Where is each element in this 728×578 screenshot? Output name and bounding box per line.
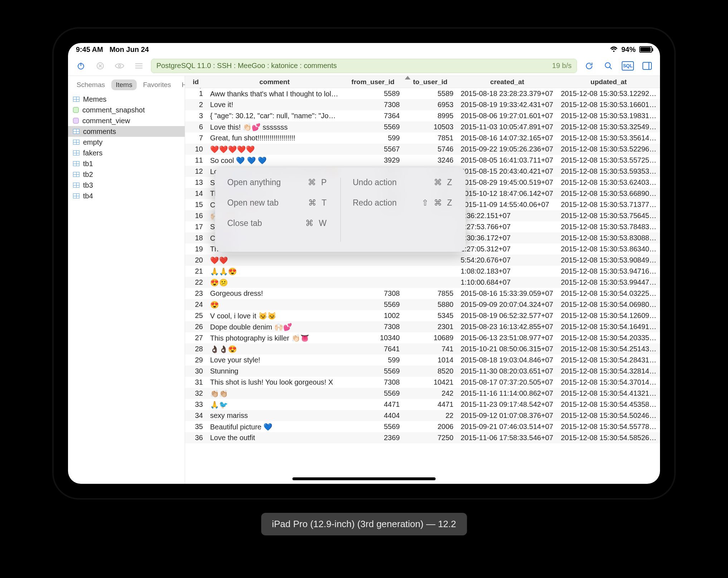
table-row[interactable]: 35Beautiful picture 💙556920062015-09-21 …: [185, 421, 660, 432]
table-row[interactable]: 36Love the outfit236972502015-11-06 17:5…: [185, 432, 660, 443]
command-label: Close tab: [227, 218, 262, 228]
sidebar-item-comment_snapshot[interactable]: comment_snapshot: [68, 105, 185, 115]
command-shortcut: ⌘ T: [308, 198, 328, 208]
cell-from: 4471: [343, 400, 403, 409]
cell-created: 2015-09-22 19:05:26.236+07: [457, 145, 557, 153]
cell-updated: 2015-12-08 15:30:54.328147+07: [557, 367, 660, 375]
cell-to: 3246: [403, 156, 457, 164]
command-label: Open new tab: [227, 198, 278, 208]
cell-updated: 2015-12-08 15:30:54.370146+07: [557, 378, 660, 386]
table-row[interactable]: 11So cool 💙 💙 💙392932462015-08-05 16:41:…: [185, 155, 660, 166]
cell-to: 1014: [403, 356, 457, 364]
cell-updated: 2015-12-08 15:30:53.16601+07: [557, 101, 660, 109]
sidebar-item-comments[interactable]: comments: [68, 126, 185, 137]
panels-icon[interactable]: [640, 59, 654, 73]
svg-point-9: [605, 63, 610, 68]
command-label: Open anything: [227, 178, 281, 187]
cell-to: 242: [403, 389, 457, 398]
table-row[interactable]: 29Love your style!59910142015-08-18 19:0…: [185, 355, 660, 366]
cell-from: 7308: [343, 289, 403, 298]
table-row[interactable]: 25V cool, i love it 😼😼100253452015-08-19…: [185, 310, 660, 321]
table-row[interactable]: 31This shot is lush! You look gorgeous! …: [185, 377, 660, 388]
cell-from: 5569: [343, 389, 403, 398]
table-row[interactable]: 21🙏🙏😍1:08:02.183+072015-12-08 15:30:53.9…: [185, 266, 660, 277]
table-row[interactable]: 7Great, fun shot!!!!!!!!!!!!!!!!!!!59978…: [185, 133, 660, 144]
table-row[interactable]: 1Aww thanks that's what I thought to lol…: [185, 88, 660, 99]
cell-created: 2015-11-06 17:58:33.546+07: [457, 434, 557, 442]
cell-id: 2: [185, 101, 207, 109]
cell-from: 5569: [343, 367, 403, 375]
cell-id: 24: [185, 300, 207, 309]
scroll-up-indicator-icon: [405, 76, 411, 80]
sidebar-item-tb1[interactable]: tb1: [68, 158, 185, 169]
sidebar-item-tb4[interactable]: tb4: [68, 191, 185, 201]
cell-to: 8995: [403, 112, 457, 120]
command-item[interactable]: Open anything⌘ P: [227, 178, 328, 187]
table-row[interactable]: 26Dope double denim 🙌🏻💕730823012015-08-2…: [185, 321, 660, 332]
sql-icon[interactable]: SQL: [621, 59, 635, 73]
command-shortcut: ⌘ P: [308, 178, 328, 187]
refresh-icon[interactable]: [582, 59, 596, 73]
cell-to: 5880: [403, 300, 457, 309]
cell-from: 7308: [343, 378, 403, 386]
col-created-at[interactable]: created_at: [457, 78, 557, 86]
sidebar: Schemas Items Favorites History Memescom…: [68, 76, 185, 484]
tab-favorites[interactable]: Favorites: [139, 80, 175, 90]
table-row[interactable]: 24😍556958802015-09-09 20:07:04.324+07201…: [185, 299, 660, 310]
table-row[interactable]: 6Love this! 👏🏻💕 sssssss5569105032015-11-…: [185, 121, 660, 133]
table-row[interactable]: 23Gorgeous dress!730878552015-08-16 15:3…: [185, 288, 660, 299]
menu-icon[interactable]: [132, 59, 146, 73]
table-body[interactable]: 1Aww thanks that's what I thought to lol…: [185, 88, 660, 484]
command-label: Undo action: [353, 178, 397, 187]
cell-updated: 2015-12-08 15:30:54.164912+07: [557, 323, 660, 331]
home-indicator[interactable]: [292, 477, 436, 480]
table-row[interactable]: 3{ "age": 30.12, "car": null, "name": "J…: [185, 110, 660, 121]
table-row[interactable]: 20❤️❤️5:54:20.676+072015-12-08 15:30:53.…: [185, 255, 660, 266]
cell-id: 25: [185, 312, 207, 320]
search-icon[interactable]: [601, 59, 616, 73]
table-row[interactable]: 33🙏🐦447144712015-11-23 09:17:48.542+0720…: [185, 399, 660, 410]
svg-point-5: [118, 65, 121, 67]
purple-icon: [73, 118, 79, 124]
command-item[interactable]: Undo action⌘ Z: [353, 178, 454, 187]
command-popover: Open anything⌘ POpen new tab⌘ TClose tab…: [215, 168, 466, 252]
sidebar-item-label: tb2: [83, 170, 93, 179]
table-row[interactable]: 10❤️❤️❤️❤️❤️556757462015-09-22 19:05:26.…: [185, 144, 660, 155]
col-comment[interactable]: comment: [207, 78, 343, 86]
col-updated-at[interactable]: updated_at: [557, 78, 660, 86]
cell-id: 22: [185, 278, 207, 286]
cell-to: 10421: [403, 378, 457, 386]
col-from-user[interactable]: from_user_id: [343, 78, 403, 86]
table-icon: [73, 193, 79, 198]
cell-created: 2015-08-05 16:41:03.711+07: [457, 156, 557, 164]
connection-breadcrumb[interactable]: PostgreSQL 11.0 : SSH : MeeGoo : katonic…: [151, 59, 577, 73]
sidebar-item-fakers[interactable]: fakers: [68, 148, 185, 158]
table-row[interactable]: 22😍😕1:10:00.684+072015-12-08 15:30:53.99…: [185, 277, 660, 288]
cell-updated: 2015-12-08 15:30:53.522965+07: [557, 145, 660, 153]
command-item[interactable]: Redo action⇧ ⌘ Z: [353, 198, 454, 208]
table-row[interactable]: 30Stunning556985202015-11-30 08:20:03.65…: [185, 366, 660, 377]
cell-comment: 👏🏼👏🏼: [207, 389, 343, 398]
table-row[interactable]: 28👌🏿👌🏿😍76417412015-10-21 08:50:06.315+07…: [185, 343, 660, 355]
table-row[interactable]: 34sexy mariss4404222015-09-12 01:07:08.3…: [185, 410, 660, 421]
col-to-user[interactable]: to_user_id: [403, 78, 457, 86]
cell-created: 2015-08-29 19:45:00.519+07: [457, 178, 557, 187]
table-row[interactable]: 27This photography is killer 👏🏻👅10340106…: [185, 332, 660, 343]
sidebar-item-comment_view[interactable]: comment_view: [68, 115, 185, 126]
sidebar-table-list[interactable]: Memescomment_snapshotcomment_viewcomment…: [68, 94, 185, 484]
command-item[interactable]: Close tab⌘ W: [227, 218, 328, 228]
cancel-icon: [93, 59, 107, 73]
table-row[interactable]: 32👏🏼👏🏼55692422015-11-16 11:14:00.862+072…: [185, 388, 660, 399]
col-id[interactable]: id: [185, 78, 207, 86]
sidebar-item-Memes[interactable]: Memes: [68, 94, 185, 105]
sidebar-item-empty[interactable]: empty: [68, 137, 185, 148]
table-row[interactable]: 2Love it!730869532015-08-19 19:33:42.431…: [185, 99, 660, 110]
cell-updated: 2015-12-08 15:30:53.668901+07: [557, 189, 660, 198]
cell-updated: 2015-12-08 15:30:54.502468+07: [557, 411, 660, 420]
tab-schemas[interactable]: Schemas: [72, 80, 109, 90]
sidebar-item-tb2[interactable]: tb2: [68, 169, 185, 180]
tab-items[interactable]: Items: [111, 80, 136, 90]
sidebar-item-tb3[interactable]: tb3: [68, 180, 185, 191]
command-item[interactable]: Open new tab⌘ T: [227, 198, 328, 208]
power-icon[interactable]: [74, 59, 88, 73]
